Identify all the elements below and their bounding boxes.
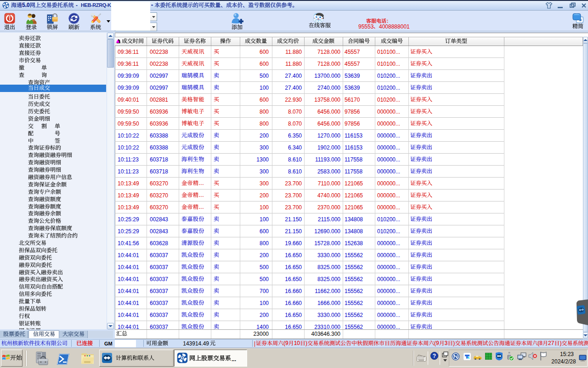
svg-text:(9: (9 xyxy=(434,340,439,346)
svg-text:...: ... xyxy=(198,204,204,210)
svg-text:...: ... xyxy=(198,192,204,198)
svg-text:?: ? xyxy=(433,353,436,359)
svg-text:-: - xyxy=(151,2,153,8)
svg-text:27: 27 xyxy=(548,340,554,346)
svg-text:3: 3 xyxy=(445,340,448,346)
svg-text:(9: (9 xyxy=(283,340,288,346)
svg-text:): ) xyxy=(453,340,455,346)
svg-text:...: ... xyxy=(198,180,204,186)
svg-text:): ) xyxy=(560,340,561,346)
svg-text:): ) xyxy=(305,340,307,346)
svg-text:5.0: 5.0 xyxy=(22,2,30,8)
svg-text:(8: (8 xyxy=(537,340,543,346)
svg-text:10: 10 xyxy=(294,340,300,346)
